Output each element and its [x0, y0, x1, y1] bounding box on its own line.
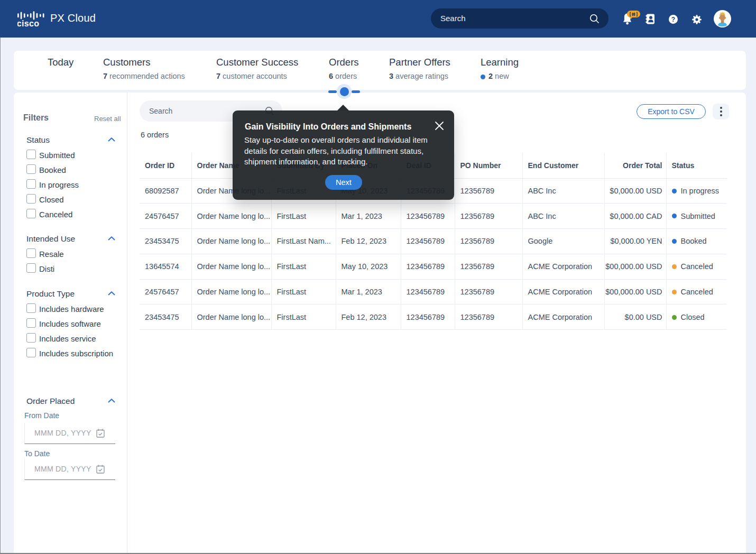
svg-text:cisco: cisco [17, 19, 39, 28]
svg-text:?: ? [671, 16, 675, 23]
